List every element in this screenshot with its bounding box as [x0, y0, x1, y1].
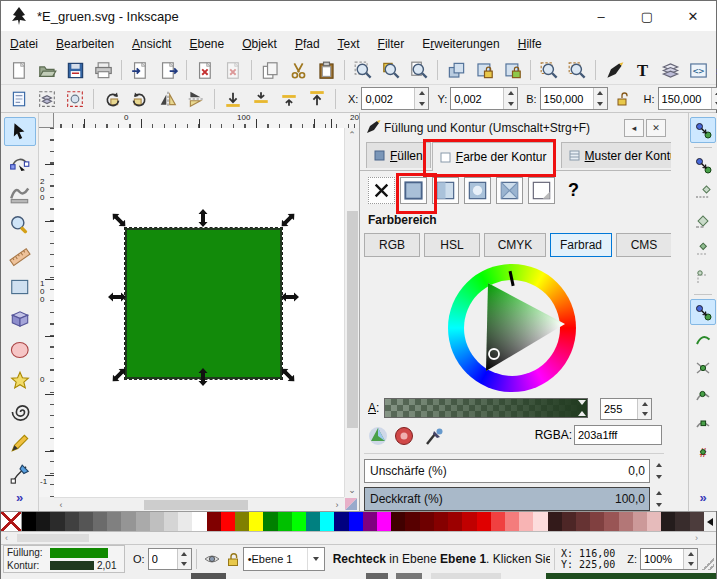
- menu-ebene[interactable]: Ebene: [180, 34, 233, 54]
- palette-overflow-icon[interactable]: [704, 512, 716, 531]
- palette-swatch[interactable]: [150, 512, 164, 531]
- hsv-triangle[interactable]: [448, 264, 576, 392]
- open-folder-button[interactable]: [35, 58, 59, 82]
- text-dialog-button[interactable]: T: [630, 58, 654, 82]
- zoom-tool-button[interactable]: [4, 211, 36, 240]
- zoom-page-button[interactable]: [407, 58, 431, 82]
- menu-bearbeiten[interactable]: Bearbeiten: [47, 34, 123, 54]
- find-replace-button[interactable]: [565, 58, 589, 82]
- select-all-button[interactable]: [7, 87, 31, 111]
- snap-bbox-edges-button[interactable]: [690, 180, 716, 206]
- color-wheel-mini-icon[interactable]: [368, 426, 388, 446]
- colorspace-cmyk-button[interactable]: CMYK: [484, 233, 546, 257]
- opacity-slider[interactable]: Deckkraft (%) 100,0: [364, 487, 650, 511]
- snapbar-overflow-icon[interactable]: »: [699, 490, 706, 505]
- resize-grip[interactable]: [702, 558, 714, 570]
- fill-stroke-indicator[interactable]: Füllung: Kontur: 2,01: [3, 545, 125, 573]
- x-value[interactable]: [362, 88, 414, 109]
- palette-swatch[interactable]: [519, 512, 533, 531]
- y-value[interactable]: [451, 88, 503, 109]
- scroll-right-icon[interactable]: ›: [330, 498, 344, 512]
- colorspace-rgb-button[interactable]: RGB: [364, 233, 420, 257]
- tab-farbe-der-kontur[interactable]: Farbe der Kontur: [432, 142, 555, 171]
- palette-swatch[interactable]: [548, 512, 562, 531]
- scale-handle-s[interactable]: [197, 367, 209, 387]
- swatch-button[interactable]: [528, 177, 555, 204]
- box3d-tool-button[interactable]: [4, 304, 36, 333]
- snap-cusp-nodes-button[interactable]: [690, 383, 716, 409]
- menu-text[interactable]: Text: [329, 34, 369, 54]
- snap-bbox-centers-button[interactable]: [690, 264, 716, 290]
- scale-handle-se[interactable]: [277, 364, 300, 387]
- palette-swatch[interactable]: [121, 512, 135, 531]
- palette-swatch[interactable]: [477, 512, 491, 531]
- palette-swatch[interactable]: [192, 512, 206, 531]
- rectangle-tool-button[interactable]: [4, 273, 36, 302]
- scroll-left-icon[interactable]: ‹: [54, 498, 68, 512]
- palette-swatch[interactable]: [377, 512, 391, 531]
- scroll-up-icon[interactable]: ⌃: [345, 128, 359, 142]
- alpha-slider[interactable]: [384, 398, 588, 418]
- minimize-button[interactable]: –: [578, 1, 624, 31]
- unknown-button[interactable]: ?: [560, 177, 587, 204]
- menu-ansicht[interactable]: Ansicht: [123, 34, 180, 54]
- snap-midpoints-button[interactable]: #: [690, 439, 716, 465]
- snap-bounding-box-button[interactable]: [690, 152, 716, 178]
- layer-lock-icon[interactable]: [226, 551, 240, 567]
- palette-swatch[interactable]: [22, 512, 36, 531]
- dialog-close-icon[interactable]: ✕: [646, 119, 666, 137]
- scroll-down-icon[interactable]: ⌄: [345, 483, 359, 497]
- palette-swatch[interactable]: [576, 512, 590, 531]
- palette-none-swatch[interactable]: [1, 512, 22, 531]
- horizontal-scrollbar[interactable]: ‹ ›: [54, 497, 344, 512]
- palette-swatch[interactable]: [590, 512, 604, 531]
- blur-slider[interactable]: Unschärfe (%) 0,0: [364, 459, 650, 483]
- palette-swatch[interactable]: [533, 512, 547, 531]
- palette-swatch[interactable]: [306, 512, 320, 531]
- palette-scrollbar[interactable]: ‹ ›: [1, 532, 716, 545]
- colorspace-hsl-button[interactable]: HSL: [424, 233, 480, 257]
- gamut-warning-icon[interactable]: [394, 426, 414, 446]
- layers-dialog-button[interactable]: [658, 58, 682, 82]
- colorspace-farbrad-button[interactable]: Farbrad: [550, 233, 612, 257]
- snap-path-intersections-button[interactable]: [690, 355, 716, 381]
- palette-swatch[interactable]: [604, 512, 618, 531]
- export-button[interactable]: [156, 58, 180, 82]
- palette-swatch[interactable]: [334, 512, 348, 531]
- scale-handle-w[interactable]: [107, 291, 127, 303]
- palette-swatch[interactable]: [434, 512, 448, 531]
- palette-swatch[interactable]: [320, 512, 334, 531]
- menu-objekt[interactable]: Objekt: [233, 34, 286, 54]
- lower-button[interactable]: [249, 87, 273, 111]
- tab-füllen[interactable]: Füllen: [366, 142, 431, 168]
- colorspace-cms-button[interactable]: CMS: [616, 233, 672, 257]
- palette-swatch[interactable]: [633, 512, 647, 531]
- palette-swatch[interactable]: [661, 512, 675, 531]
- rotate-ccw-button[interactable]: [100, 87, 124, 111]
- print-button[interactable]: [91, 58, 115, 82]
- horizontal-scroll-thumb[interactable]: [144, 500, 248, 510]
- xml-editor-button[interactable]: <>: [686, 58, 710, 82]
- scale-handle-n[interactable]: [197, 208, 209, 228]
- palette-swatch[interactable]: [619, 512, 633, 531]
- calligraphy-tool-button[interactable]: [4, 460, 36, 489]
- maximize-button[interactable]: ▢: [624, 1, 670, 31]
- radial-gradient-button[interactable]: [464, 177, 491, 204]
- fill-stroke-dialog-button[interactable]: [602, 58, 626, 82]
- pencil-tool-button[interactable]: [4, 429, 36, 458]
- menu-erweiterungen[interactable]: Erweiterungen: [413, 34, 508, 54]
- palette-swatch[interactable]: [363, 512, 377, 531]
- lock-ratio-button[interactable]: [610, 87, 634, 111]
- flip-vertical-button[interactable]: [184, 87, 208, 111]
- h-value[interactable]: [659, 88, 711, 109]
- object-opacity-spinbox[interactable]: [148, 548, 192, 570]
- palette-swatch[interactable]: [562, 512, 576, 531]
- palette-swatch[interactable]: [178, 512, 192, 531]
- palette-swatch[interactable]: [448, 512, 462, 531]
- palette-swatch[interactable]: [349, 512, 363, 531]
- stroke-color-swatch[interactable]: [50, 561, 94, 570]
- save-button[interactable]: [63, 58, 87, 82]
- raise-to-top-button[interactable]: [305, 87, 329, 111]
- palette-swatch[interactable]: [405, 512, 419, 531]
- menu-hilfe[interactable]: Hilfe: [509, 34, 551, 54]
